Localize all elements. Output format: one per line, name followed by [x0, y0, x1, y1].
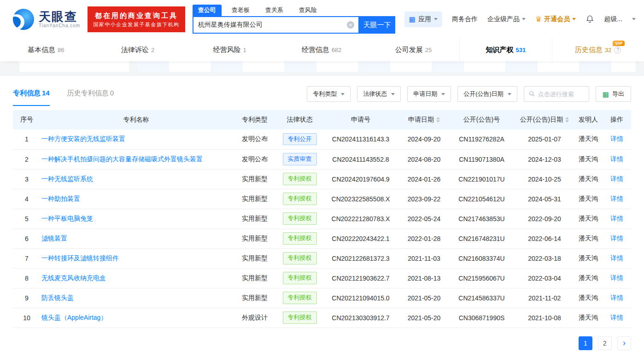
detail-link[interactable]: 详情 — [610, 135, 623, 142]
column-header: 申请号 — [322, 110, 400, 129]
search-tab[interactable]: 查公司 — [193, 5, 222, 16]
tab-basic-info[interactable]: 基本信息86 — [0, 38, 92, 61]
detail-link[interactable]: 详情 — [610, 215, 623, 222]
action-cell: 详情 — [603, 209, 631, 229]
column-label: 专利名称 — [123, 116, 149, 123]
column-label: 专利类型 — [242, 116, 268, 123]
row-index: 10 — [13, 308, 41, 328]
company-tabbar: 基本信息86法律诉讼2经营风险1经营信息682公司发展25知识产权531历史信息… — [0, 38, 644, 61]
inventor: 潘天鸿 — [574, 248, 603, 268]
legal-status-badge: 专利授权 — [283, 212, 317, 224]
inventor: 潘天鸿 — [574, 268, 603, 288]
tab-business-risk[interactable]: 经营风险1 — [184, 38, 275, 61]
detail-link[interactable]: 详情 — [610, 294, 623, 301]
action-cell: 详情 — [603, 308, 631, 328]
table-row: 4一种助拍装置实用新型专利授权CN202322585508.X2023-09-2… — [13, 189, 631, 209]
application-number: CN202121903622.7 — [322, 268, 400, 288]
sort-icon[interactable] — [436, 117, 440, 123]
table-row: 7一种转接环及滤镜转接组件实用新型专利授权CN202122681372.3202… — [13, 248, 631, 268]
patent-name-link[interactable]: 滤镜装置 — [41, 235, 67, 242]
clear-icon[interactable]: ✕ — [347, 21, 354, 29]
logo-text: 天眼查 TianYanCha.com — [39, 10, 80, 29]
filter-label: 公开(公告)日期 — [463, 90, 503, 98]
filter-application-date[interactable]: 申请日期 — [407, 86, 451, 102]
export-button[interactable]: ▦ 导出 — [596, 86, 631, 102]
upgrade-membership-link[interactable]: ♛ 开通会员 — [535, 15, 576, 23]
sort-up-icon — [565, 117, 569, 119]
tab-intellectual-property[interactable]: 知识产权531 — [459, 38, 552, 61]
tab-lawsuits[interactable]: 法律诉讼2 — [92, 38, 183, 61]
search-input[interactable] — [193, 21, 347, 29]
filter-legal-status[interactable]: 法律状态 — [357, 86, 401, 102]
legal-status-badge: 实质审查 — [283, 153, 317, 165]
tab-label: 公司发展 — [395, 46, 423, 54]
page-button-2[interactable]: 2 — [598, 336, 612, 350]
action-cell: 详情 — [603, 288, 631, 308]
publication-number: CN221054612U — [448, 189, 515, 209]
legal-status-cell: 专利授权 — [278, 288, 322, 308]
application-date: 2021-11-03 — [400, 248, 448, 268]
logo-title: 天眼查 — [39, 10, 80, 23]
patent-name-link[interactable]: 一种平板电脑兔笼 — [41, 215, 93, 222]
patent-name-link[interactable]: 一种转接环及滤镜转接组件 — [41, 254, 119, 262]
table-search[interactable] — [524, 86, 589, 102]
table-search-input[interactable] — [538, 91, 584, 98]
nav-item[interactable]: 企业级产品 — [487, 15, 526, 23]
legal-status-cell: 专利授权 — [278, 248, 322, 268]
account-label[interactable]: 超级... — [604, 15, 622, 23]
patent-name-link[interactable]: 一种无线监听系统 — [41, 175, 93, 182]
inventor: 潘天鸿 — [574, 229, 603, 248]
tab-history-patent-info[interactable]: 历史专利信息0 — [67, 89, 114, 100]
search-button[interactable]: 天眼一下 — [359, 16, 395, 34]
tianyancha-logo-icon — [13, 9, 34, 30]
detail-link[interactable]: 详情 — [610, 195, 623, 202]
detail-link[interactable]: 详情 — [610, 155, 623, 163]
search-tab[interactable]: 查风险 — [293, 5, 322, 16]
patent-name-link[interactable]: 镜头盖（AppleAirtag） — [41, 314, 107, 321]
logo-subtitle: TianYanCha.com — [39, 23, 80, 28]
detail-link[interactable]: 详情 — [610, 274, 623, 282]
filter-publication-date[interactable]: 公开(公告)日期 — [457, 86, 517, 102]
patent-name-link[interactable]: 一种助拍装置 — [41, 195, 80, 202]
nav-item[interactable]: 商务合作 — [452, 15, 478, 23]
tab-history-info[interactable]: 历史信息32VIP? — [552, 38, 644, 61]
tab-count: 531 — [515, 47, 526, 53]
tab-company-development[interactable]: 公司发展25 — [368, 38, 459, 61]
tab-label: 法律诉讼 — [121, 46, 149, 54]
search-input-wrap: ✕ — [193, 16, 359, 34]
card-stub — [137, 61, 636, 72]
next-page-button[interactable]: › — [617, 336, 631, 350]
apps-menu[interactable]: ▦ 应用 — [404, 12, 442, 27]
notification-bell-icon[interactable] — [585, 15, 594, 23]
detail-link[interactable]: 详情 — [610, 254, 623, 262]
action-cell: 详情 — [603, 169, 631, 189]
column-header[interactable]: 公开(公告)日期 — [515, 110, 574, 129]
patent-type: 外观设计 — [232, 308, 278, 328]
patent-name-link[interactable]: 无线麦克风收纳充电盒 — [41, 274, 106, 282]
detail-link[interactable]: 详情 — [610, 175, 623, 182]
filter-patent-type[interactable]: 专利类型 — [307, 86, 351, 102]
search-tab[interactable]: 查关系 — [260, 5, 289, 16]
tianyancha-logo[interactable]: 天眼查 TianYanCha.com — [13, 9, 80, 30]
legal-status-cell: 专利授权 — [278, 209, 322, 229]
patent-name-link[interactable]: 一种解决手机拍摄问题的大容量存储磁吸式外置镜头装置 — [41, 155, 203, 163]
table-row: 3一种无线监听系统实用新型专利授权CN202420197604.92024-01… — [13, 169, 631, 189]
chevron-down-icon — [434, 18, 438, 20]
sort-icon[interactable] — [565, 117, 569, 123]
patent-name-link[interactable]: 防丢镜头盖 — [41, 294, 74, 301]
tab-business-info[interactable]: 经营信息682 — [275, 38, 367, 61]
header: 天眼查 TianYanCha.com 都在用的商业查询工具 国家中小企业发展子基… — [0, 0, 644, 38]
search-tab[interactable]: 查老板 — [226, 5, 255, 16]
detail-link[interactable]: 详情 — [610, 235, 623, 242]
action-cell: 详情 — [603, 248, 631, 268]
tab-patent-info[interactable]: 专利信息14 — [13, 89, 50, 100]
legal-status-badge: 专利授权 — [283, 173, 317, 185]
page-button-1[interactable]: 1 — [579, 336, 592, 350]
promo-banner: 都在用的商业查询工具 国家中小企业发展子基金旗下机构 — [88, 6, 185, 32]
tab-count: 2 — [151, 47, 154, 53]
chevron-down-icon — [391, 93, 395, 95]
column-header[interactable]: 申请日期 — [400, 110, 448, 129]
detail-link[interactable]: 详情 — [610, 314, 623, 321]
patent-name-link[interactable]: 一种方便安装的无线监听装置 — [41, 135, 125, 142]
application-date: 2023-09-22 — [400, 189, 448, 209]
